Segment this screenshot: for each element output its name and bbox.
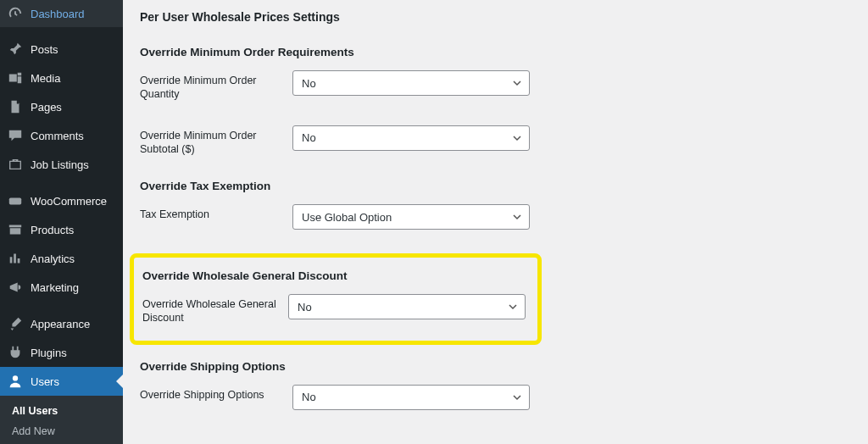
sidebar-label: Users [31, 375, 116, 388]
sidebar-item-media[interactable]: Media [0, 64, 123, 92]
sidebar-label: Dashboard [31, 8, 116, 20]
sidebar-label: Comments [31, 130, 116, 142]
sidebar-item-woocommerce[interactable]: WooCommerce [0, 186, 123, 215]
megaphone-icon [7, 279, 24, 296]
sidebar-label: WooCommerce [31, 195, 116, 208]
label-shipping-options: Override Shipping Options [140, 385, 292, 402]
sidebar-label: Marketing [31, 281, 116, 294]
user-icon [7, 373, 24, 390]
pin-icon [7, 41, 24, 58]
select-min-order-qty[interactable]: No [292, 70, 530, 96]
admin-sidebar: Dashboard Posts Media Pages Comments Job… [0, 0, 123, 444]
submenu-item-all-users[interactable]: All Users [0, 401, 123, 421]
sidebar-item-appearance[interactable]: Appearance [0, 309, 123, 338]
sidebar-item-job-listings[interactable]: Job Listings [0, 150, 123, 179]
row-wholesale-discount: Override Wholesale General Discount No [142, 294, 529, 325]
svg-point-1 [13, 375, 18, 380]
sidebar-item-analytics[interactable]: Analytics [0, 244, 123, 273]
row-min-order-subtotal: Override Minimum Order Subtotal ($) No [140, 125, 851, 157]
label-tax-exemption: Tax Exemption [140, 204, 292, 221]
sidebar-label: Media [31, 72, 116, 85]
label-min-order-qty: Override Minimum Order Quantity [140, 70, 292, 102]
section-shipping-heading: Override Shipping Options [140, 360, 851, 373]
section-discount-heading: Override Wholesale General Discount [142, 269, 529, 282]
dashboard-icon [7, 5, 24, 22]
select-min-order-subtotal[interactable]: No [292, 125, 530, 151]
sidebar-item-comments[interactable]: Comments [0, 121, 123, 150]
sidebar-item-pages[interactable]: Pages [0, 92, 123, 121]
sidebar-item-posts[interactable]: Posts [0, 35, 123, 64]
sidebar-separator [0, 182, 123, 183]
sidebar-label: Products [31, 224, 116, 236]
highlight-wholesale-discount: Override Wholesale General Discount Over… [130, 253, 542, 345]
sidebar-label: Pages [31, 101, 116, 114]
sidebar-separator [0, 31, 123, 31]
media-icon [7, 69, 24, 86]
sidebar-item-users[interactable]: Users [0, 367, 123, 396]
page-title: Per User Wholesale Prices Settings [140, 10, 851, 24]
row-min-order-qty: Override Minimum Order Quantity No [140, 70, 851, 102]
row-tax-exemption: Tax Exemption Use Global Option [140, 204, 851, 230]
sidebar-separator [0, 305, 123, 306]
row-shipping-options: Override Shipping Options No [140, 385, 851, 410]
sidebar-item-dashboard[interactable]: Dashboard [0, 0, 123, 27]
page-icon [7, 98, 24, 115]
users-submenu: All Users Add New Your Profile [0, 396, 123, 444]
comment-icon [7, 127, 24, 144]
sidebar-label: Analytics [31, 253, 116, 265]
sidebar-label: Appearance [31, 318, 116, 330]
sidebar-item-plugins[interactable]: Plugins [0, 338, 123, 367]
sidebar-label: Posts [31, 43, 116, 56]
main-content: Per User Wholesale Prices Settings Overr… [123, 0, 868, 444]
label-wholesale-discount: Override Wholesale General Discount [142, 294, 288, 325]
section-tax-heading: Override Tax Exemption [140, 180, 851, 192]
select-shipping-options[interactable]: No [292, 385, 530, 410]
archive-icon [7, 221, 24, 238]
sidebar-label: Plugins [31, 347, 116, 359]
select-tax-exemption[interactable]: Use Global Option [292, 204, 530, 230]
sidebar-label: Job Listings [31, 158, 116, 171]
woo-icon [7, 192, 24, 209]
briefcase-icon [7, 156, 24, 173]
sidebar-item-products[interactable]: Products [0, 215, 123, 244]
submenu-item-add-new[interactable]: Add New [0, 421, 123, 441]
select-wholesale-discount[interactable]: No [288, 294, 526, 319]
svg-rect-0 [9, 197, 21, 204]
label-min-order-subtotal: Override Minimum Order Subtotal ($) [140, 125, 292, 157]
analytics-icon [7, 250, 24, 267]
section-min-order-heading: Override Minimum Order Requirements [140, 46, 851, 58]
sidebar-item-marketing[interactable]: Marketing [0, 273, 123, 302]
plugin-icon [7, 344, 24, 361]
brush-icon [7, 315, 24, 332]
